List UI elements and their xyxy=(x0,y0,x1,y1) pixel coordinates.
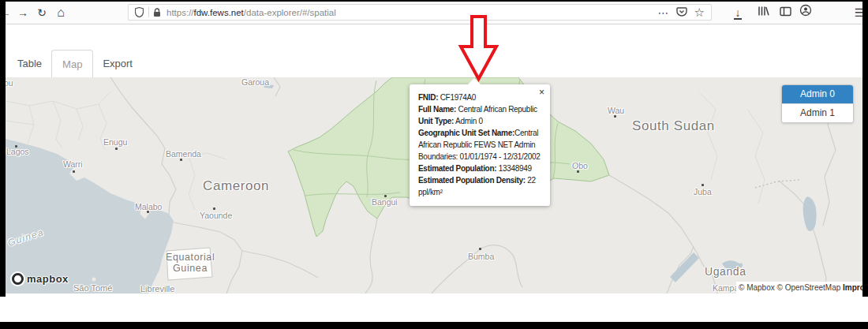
map-attribution: © Mapbox © OpenStreetMap Improve t xyxy=(736,282,862,293)
popup-body: FNID: CF1974A0Full Name: Central African… xyxy=(418,92,541,198)
lock-icon[interactable] xyxy=(153,8,161,17)
map-label-garoua: Garoua xyxy=(241,77,269,87)
window-border-bottom xyxy=(0,322,868,329)
admin-level-toggle: Admin 0Admin 1 xyxy=(781,84,854,123)
map-label-libreville: Libreville xyxy=(140,284,174,293)
attribution-link[interactable]: © Mapbox xyxy=(739,283,777,292)
map-label-fragment-ou: ou xyxy=(6,78,13,88)
city-dot-warri xyxy=(73,170,75,173)
page-actions-icon[interactable]: ⋯ xyxy=(658,6,669,20)
city-dot-bamenda xyxy=(180,159,182,161)
mapbox-logo-text: mapbox xyxy=(27,273,69,285)
city-dot-enugu xyxy=(115,148,118,150)
city-dot-bangui xyxy=(384,195,387,197)
address-bar[interactable]: https://fdw.fews.net/data-explorer/#/spa… xyxy=(128,4,712,21)
window-border-left xyxy=(0,0,6,297)
city-dot-obo xyxy=(577,170,579,173)
popup-field: Unit Type: Admin 0 xyxy=(418,115,541,127)
sidebar-toggle-icon[interactable] xyxy=(776,4,794,21)
forward-button[interactable]: → xyxy=(14,4,32,21)
map-label-warri: Warri xyxy=(63,159,83,169)
map-label-enugu: Enugu xyxy=(103,137,127,147)
popup-field: Full Name: Central African Republic xyxy=(418,103,541,115)
city-dot-malabo xyxy=(147,211,149,213)
map-label-yaounde: Yaounde xyxy=(200,211,232,220)
library-icon[interactable] xyxy=(754,4,772,21)
browser-toolbar: ← → ↻ ⌂ https://fdw.fews.net/data-explor… xyxy=(0,2,868,24)
browser-window: ← → ↻ ⌂ https://fdw.fews.net/data-explor… xyxy=(0,0,868,329)
attribution-link[interactable]: Improve t xyxy=(843,283,862,292)
admin-0-button[interactable]: Admin 0 xyxy=(782,85,853,103)
popup-field: Estimated Population: 13348949 xyxy=(418,163,541,174)
popup-field-label: Unit Type: xyxy=(418,117,454,125)
map-label-lagos: Lagos xyxy=(6,147,29,156)
map-label-equatorial-guinea: Equatorial Guinea xyxy=(166,252,215,274)
window-border-top xyxy=(0,0,868,2)
mapbox-logo[interactable]: mapbox xyxy=(12,273,69,285)
popup-field: FNID: CF1974A0 xyxy=(418,92,541,103)
city-dot-juba xyxy=(702,184,704,186)
map-label-sao-tome: São Tomé xyxy=(73,283,112,293)
account-icon[interactable] xyxy=(797,4,814,21)
map-label-uganda: Uganda xyxy=(705,265,746,278)
popup-field-label: Estimated Population Density: xyxy=(418,176,526,185)
popup-field-label: Full Name: xyxy=(418,105,456,114)
popup-field-value: CF1974A0 xyxy=(438,93,476,102)
map-label-obo: Obo xyxy=(572,161,588,170)
mapbox-logo-icon xyxy=(12,273,24,285)
map-label-juba: Juba xyxy=(694,187,712,196)
attribution-link[interactable]: © OpenStreetMap xyxy=(777,283,844,292)
city-dot-bumba xyxy=(479,248,481,250)
url-text[interactable]: https://fdw.fews.net/data-explorer/#/spa… xyxy=(166,8,336,17)
red-annotation-arrow xyxy=(456,13,502,83)
pocket-icon[interactable] xyxy=(676,7,687,17)
popup-field-label: FNID: xyxy=(418,93,438,102)
urlbar-divider xyxy=(148,7,149,17)
tab-map[interactable]: Map xyxy=(51,50,93,77)
view-tab-bar: TableMapExport xyxy=(8,50,142,77)
admin-1-button[interactable]: Admin 1 xyxy=(782,103,853,122)
map-label-cameroon: Cameroon xyxy=(203,178,269,194)
popup-close-button[interactable]: × xyxy=(539,88,544,97)
shield-icon[interactable] xyxy=(135,7,144,17)
map-label-bamenda: Bamenda xyxy=(166,149,201,159)
map-label-wau: Wau xyxy=(608,106,624,115)
bottom-whitespace xyxy=(0,293,868,322)
downloads-button[interactable]: ↓ xyxy=(729,4,746,21)
city-dot-wau xyxy=(614,115,616,118)
map-label-bumba: Bumba xyxy=(468,252,494,261)
popup-field-label: Estimated Population: xyxy=(418,164,496,173)
tab-export[interactable]: Export xyxy=(93,50,142,77)
popup-field-value: 13348949 xyxy=(496,164,532,173)
popup-field-value: Central African Republic xyxy=(456,105,537,114)
bookmark-star-icon[interactable]: ☆ xyxy=(694,6,705,20)
map-label-bangui: Bangui xyxy=(372,197,398,207)
feature-popup: × FNID: CF1974A0Full Name: Central Afric… xyxy=(410,84,550,206)
window-border-right xyxy=(862,0,868,297)
popup-field-value: Admin 0 xyxy=(454,117,483,125)
city-dot-yaounde xyxy=(213,207,215,210)
popup-field: Estimated Population Density: 22 ppl/km² xyxy=(418,174,541,198)
tab-table[interactable]: Table xyxy=(8,50,51,77)
reload-button[interactable]: ↻ xyxy=(33,4,51,21)
popup-field: Geographic Unit Set Name:Central African… xyxy=(418,127,541,163)
home-button[interactable]: ⌂ xyxy=(52,4,69,21)
map-label-south-sudan: South Sudan xyxy=(632,118,715,134)
popup-field-label: Geographic Unit Set Name: xyxy=(418,129,514,137)
map-label-gulf-of-guinea: Guinea xyxy=(6,226,46,249)
city-dot-lagos xyxy=(15,145,17,148)
